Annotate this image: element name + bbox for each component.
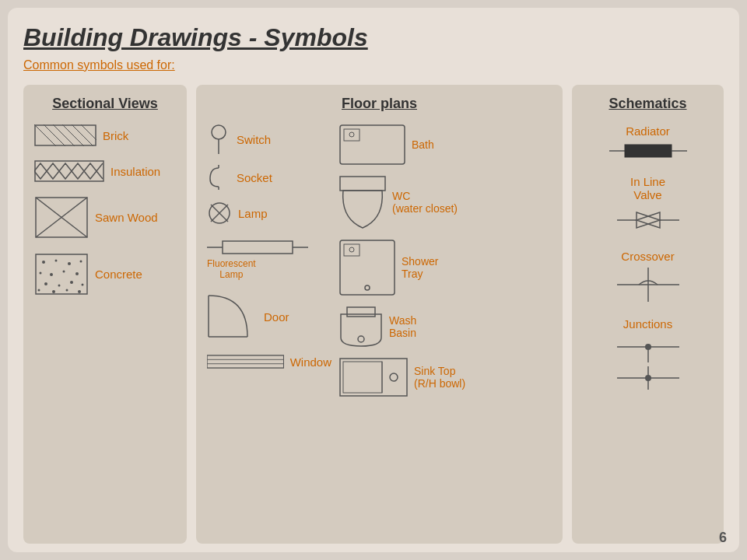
svg-point-12 bbox=[42, 261, 45, 264]
sink-label: Sink Top(R/H bowl) bbox=[414, 365, 465, 390]
svg-rect-53 bbox=[340, 359, 407, 396]
socket-label: Socket bbox=[237, 171, 272, 184]
schematics-column: Schematics Radiator In LineValve bbox=[572, 85, 724, 544]
svg-rect-44 bbox=[344, 129, 359, 141]
svg-rect-7 bbox=[35, 161, 103, 181]
svg-point-16 bbox=[40, 272, 42, 275]
floor-right: Bath WC(water closet) bbox=[339, 124, 552, 408]
svg-line-4 bbox=[62, 124, 84, 146]
wash-basin-row: WashBasin bbox=[339, 306, 552, 347]
door-icon bbox=[207, 294, 258, 339]
wash-basin-icon bbox=[339, 306, 383, 347]
lamp-label: Lamp bbox=[238, 207, 268, 220]
fluor-lamp-label: FluorescentLamp bbox=[207, 258, 256, 280]
window-icon bbox=[207, 353, 284, 370]
subtitle: Common symbols used for: bbox=[23, 58, 724, 72]
svg-marker-61 bbox=[637, 212, 660, 228]
svg-point-45 bbox=[349, 132, 354, 137]
wc-label: WC(water closet) bbox=[392, 190, 458, 215]
inline-valve-label: In LineValve bbox=[630, 175, 665, 201]
door-label: Door bbox=[264, 310, 289, 324]
radiator-icon bbox=[609, 142, 687, 159]
svg-point-24 bbox=[38, 289, 40, 292]
concrete-row: Concrete bbox=[34, 253, 176, 296]
svg-marker-62 bbox=[637, 212, 660, 228]
svg-point-50 bbox=[365, 285, 370, 290]
svg-rect-46 bbox=[340, 177, 385, 191]
floor-left: Switch Socket bbox=[207, 124, 331, 408]
switch-row: Switch bbox=[207, 124, 331, 154]
switch-icon bbox=[207, 124, 230, 154]
svg-rect-58 bbox=[625, 145, 672, 157]
fluor-lamp-row: FluorescentLamp bbox=[207, 236, 331, 280]
socket-row: Socket bbox=[207, 165, 331, 190]
svg-line-6 bbox=[81, 124, 96, 146]
svg-point-28 bbox=[212, 125, 226, 139]
bath-row: Bath bbox=[339, 124, 552, 165]
insulation-label: Insulation bbox=[110, 165, 160, 178]
schematics-heading: Schematics bbox=[583, 96, 713, 112]
brick-row: Brick bbox=[34, 124, 176, 146]
sawn-wood-label: Sawn Wood bbox=[95, 211, 158, 224]
sectional-column: Sectional Views Brick bbox=[23, 85, 187, 544]
page-title: Building Drawings - Symbols bbox=[23, 23, 724, 52]
floor-column: Floor plans Switch bbox=[196, 85, 563, 544]
window-row: Window bbox=[207, 353, 331, 370]
radiator-label: Radiator bbox=[626, 124, 670, 138]
svg-point-52 bbox=[358, 336, 364, 342]
page-number: 6 bbox=[719, 530, 727, 546]
socket-icon bbox=[207, 165, 230, 190]
svg-point-21 bbox=[58, 285, 61, 287]
svg-point-13 bbox=[55, 260, 58, 262]
junctions-label: Junctions bbox=[623, 317, 672, 331]
door-row: Door bbox=[207, 294, 331, 339]
wc-icon bbox=[339, 176, 386, 229]
sawn-wood-icon bbox=[34, 196, 89, 239]
svg-rect-36 bbox=[223, 241, 293, 254]
shower-row: ShowerTray bbox=[339, 240, 552, 296]
sectional-heading: Sectional Views bbox=[34, 96, 176, 112]
svg-point-71 bbox=[645, 375, 651, 381]
wash-basin-label: WashBasin bbox=[389, 314, 416, 339]
svg-point-14 bbox=[68, 262, 71, 265]
insulation-row: Insulation bbox=[34, 160, 176, 182]
svg-line-5 bbox=[72, 124, 93, 146]
shower-label: ShowerTray bbox=[402, 255, 438, 280]
svg-point-19 bbox=[75, 272, 79, 275]
sawn-wood-row: Sawn Wood bbox=[34, 196, 176, 239]
svg-rect-43 bbox=[340, 125, 405, 164]
svg-rect-54 bbox=[343, 362, 382, 393]
svg-line-2 bbox=[44, 124, 65, 146]
window-label: Window bbox=[290, 355, 331, 369]
svg-point-25 bbox=[52, 290, 55, 293]
svg-rect-47 bbox=[340, 240, 395, 295]
svg-point-17 bbox=[50, 273, 53, 276]
columns-container: Sectional Views Brick bbox=[23, 85, 724, 544]
svg-rect-40 bbox=[207, 355, 284, 368]
svg-point-27 bbox=[78, 290, 81, 293]
inline-valve-row: In LineValve bbox=[583, 175, 713, 234]
wc-row: WC(water closet) bbox=[339, 176, 552, 229]
svg-point-20 bbox=[44, 282, 47, 285]
floor-heading: Floor plans bbox=[207, 96, 552, 112]
radiator-row: Radiator bbox=[583, 124, 713, 159]
crossover-label: Crossover bbox=[621, 250, 674, 263]
svg-rect-48 bbox=[344, 244, 359, 256]
sink-row: Sink Top(R/H bowl) bbox=[339, 358, 552, 397]
svg-point-56 bbox=[390, 373, 398, 381]
svg-line-3 bbox=[53, 124, 75, 146]
junctions-icon bbox=[617, 335, 679, 390]
svg-rect-11 bbox=[36, 254, 87, 294]
concrete-label: Concrete bbox=[95, 268, 142, 281]
svg-point-49 bbox=[349, 247, 354, 252]
svg-point-18 bbox=[63, 271, 65, 273]
sink-top-icon bbox=[339, 358, 408, 397]
crossover-row: Crossover bbox=[583, 250, 713, 302]
svg-point-68 bbox=[645, 344, 651, 350]
svg-point-22 bbox=[70, 281, 73, 284]
svg-point-15 bbox=[80, 261, 82, 263]
crossover-icon bbox=[617, 268, 679, 302]
bath-icon bbox=[339, 124, 405, 165]
switch-label: Switch bbox=[237, 133, 271, 146]
svg-rect-51 bbox=[347, 307, 375, 317]
